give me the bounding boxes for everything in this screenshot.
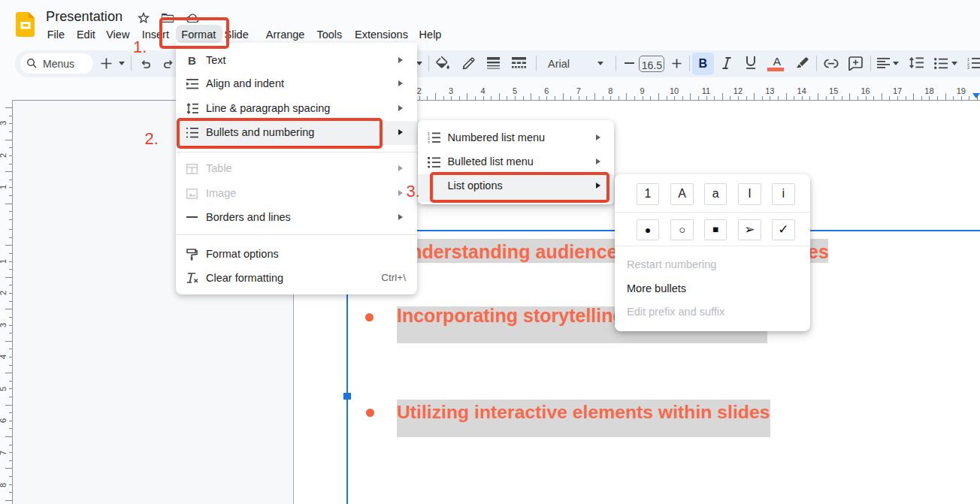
svg-text:3: 3 — [428, 140, 430, 144]
svg-text:3: 3 — [967, 65, 969, 69]
